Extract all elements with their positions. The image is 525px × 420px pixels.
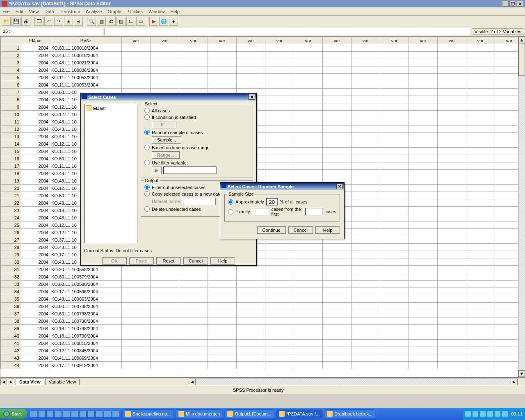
cell[interactable] (237, 332, 265, 340)
cell[interactable] (179, 81, 208, 89)
redo-icon[interactable]: ↷ (54, 17, 63, 26)
cell[interactable] (438, 74, 466, 81)
cell[interactable] (151, 303, 179, 310)
cell[interactable] (352, 325, 380, 332)
cell[interactable] (466, 140, 495, 148)
cell[interactable] (237, 266, 265, 273)
cell[interactable] (323, 317, 352, 325)
row-header[interactable]: 13 (1, 133, 21, 140)
cell[interactable] (409, 266, 438, 273)
cell[interactable] (179, 288, 208, 295)
cell[interactable] (352, 59, 380, 66)
exact-count-input[interactable] (252, 208, 269, 215)
taskbar-task[interactable]: Mijn documenten (176, 409, 223, 418)
cell[interactable] (122, 44, 151, 52)
row-header[interactable]: 5 (1, 74, 21, 81)
cell-reference[interactable]: 25 : (1, 28, 103, 35)
cell[interactable] (409, 155, 438, 162)
scroll-up-icon[interactable]: ▲ (518, 37, 525, 43)
cell[interactable] (409, 192, 438, 199)
cell[interactable] (352, 44, 380, 52)
cell[interactable] (352, 347, 380, 354)
cell[interactable]: 2004 (21, 148, 50, 155)
cell[interactable] (438, 59, 466, 66)
cell[interactable] (352, 81, 380, 89)
cell[interactable] (438, 317, 466, 325)
cell[interactable] (294, 126, 323, 133)
cell[interactable] (208, 354, 237, 362)
cell[interactable] (352, 273, 380, 281)
ql-icon[interactable] (96, 410, 103, 418)
cell[interactable] (265, 52, 294, 59)
menu-help[interactable]: Help (170, 9, 180, 14)
cell[interactable] (122, 303, 151, 310)
cell[interactable] (352, 133, 380, 140)
cell[interactable] (122, 332, 151, 340)
variable-listbox[interactable]: ElJaar (84, 104, 137, 243)
undo-icon[interactable]: ↶ (44, 17, 53, 26)
cell[interactable] (122, 310, 151, 317)
radio-copy-dataset[interactable] (144, 191, 150, 196)
cell[interactable]: 2004 (21, 251, 50, 258)
cell[interactable] (409, 295, 438, 303)
cell[interactable] (323, 244, 352, 251)
cell[interactable] (265, 317, 294, 325)
cell[interactable] (208, 74, 237, 81)
row-header[interactable]: 33 (1, 281, 21, 288)
cell[interactable] (294, 340, 323, 347)
cell[interactable] (122, 354, 151, 362)
cell[interactable]: 2004 (21, 170, 50, 177)
cell[interactable] (438, 199, 466, 207)
cell[interactable]: 2004 (21, 89, 50, 96)
weight-icon[interactable]: ⚖ (107, 17, 116, 26)
cell[interactable] (352, 126, 380, 133)
row-header[interactable]: 29 (1, 251, 21, 258)
menu-file[interactable]: File (2, 9, 10, 14)
cell[interactable] (466, 273, 495, 281)
cell[interactable] (352, 118, 380, 126)
menu-data[interactable]: Data (44, 9, 54, 14)
cell[interactable] (265, 354, 294, 362)
cell[interactable] (294, 258, 323, 266)
taskbar-task[interactable]: Draaiboek betrok... (324, 409, 375, 418)
row-header[interactable]: 1 (1, 44, 21, 52)
row-header[interactable]: 20 (1, 185, 21, 192)
dialog-titlebar[interactable]: Select Cases: Random Sample ✕ (220, 183, 344, 190)
dialog-recall-icon[interactable]: 🗔 (34, 17, 43, 26)
cell[interactable] (122, 317, 151, 325)
cell[interactable]: 2004 (21, 126, 50, 133)
cell[interactable] (151, 332, 179, 340)
cell[interactable] (323, 251, 352, 258)
cell[interactable] (380, 332, 409, 340)
cell[interactable] (265, 74, 294, 81)
cell[interactable] (352, 192, 380, 199)
tab-variable-view[interactable]: Variable View (45, 379, 80, 385)
cell[interactable] (409, 59, 438, 66)
run-icon[interactable]: ▶ (149, 17, 158, 26)
cell[interactable] (466, 170, 495, 177)
cell[interactable]: 2004 (21, 221, 50, 229)
cell[interactable] (466, 214, 495, 221)
cell[interactable] (380, 273, 409, 281)
cell[interactable]: 2004 (21, 354, 50, 362)
cell[interactable] (438, 340, 466, 347)
goto-case-icon[interactable]: ⊞ (64, 17, 73, 26)
cell[interactable] (208, 303, 237, 310)
cell[interactable] (151, 66, 179, 74)
cell[interactable] (179, 273, 208, 281)
tab-data-view[interactable]: Data View (16, 379, 44, 385)
cell[interactable] (352, 340, 380, 347)
cell[interactable] (438, 155, 466, 162)
cell[interactable] (438, 303, 466, 310)
menu-edit[interactable]: Edit (16, 9, 23, 14)
cell[interactable]: 2004 (21, 66, 50, 74)
row-header[interactable]: 3 (1, 59, 21, 66)
cell[interactable] (466, 340, 495, 347)
cell[interactable] (438, 177, 466, 185)
cell[interactable] (380, 140, 409, 148)
radio-exactly[interactable] (228, 209, 233, 215)
cell[interactable]: 2004 (21, 103, 50, 111)
cell[interactable] (438, 244, 466, 251)
first-n-input[interactable] (305, 208, 322, 215)
cell[interactable] (409, 111, 438, 118)
